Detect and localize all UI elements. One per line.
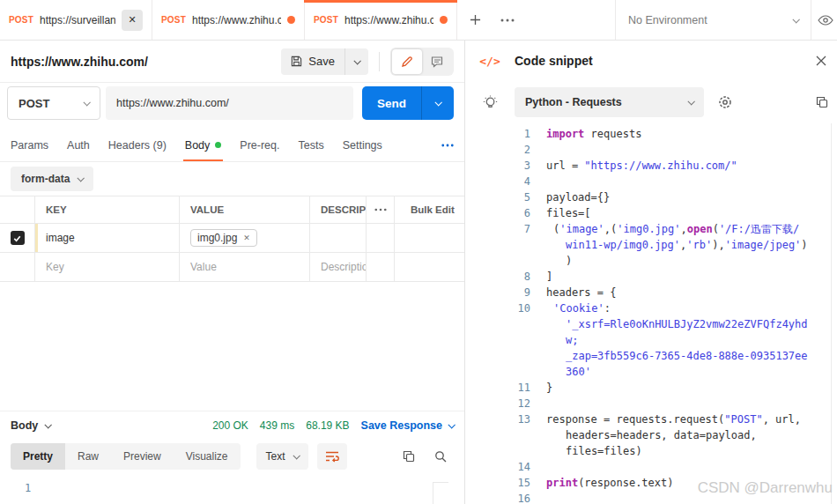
line-number: 16 bbox=[465, 491, 546, 504]
save-response-label: Save Response bbox=[361, 419, 442, 432]
column-options-button[interactable] bbox=[367, 196, 395, 223]
code-lines: 1import requests23url = "https://www.zhi… bbox=[465, 126, 837, 504]
code-text: url = "https://www.zhihu.com/" bbox=[546, 158, 737, 174]
line-number: 1 bbox=[465, 126, 546, 142]
tab-method-label: POST bbox=[9, 15, 33, 25]
method-selector[interactable]: POST bbox=[7, 86, 100, 120]
code-line: 2 bbox=[465, 142, 837, 158]
code-text: import requests bbox=[546, 126, 641, 142]
bulk-edit-button[interactable]: Bulk Edit bbox=[395, 196, 464, 223]
copy-snippet-button[interactable] bbox=[816, 96, 828, 108]
snippet-settings-button[interactable] bbox=[717, 94, 733, 110]
tab-settings[interactable]: Settings bbox=[343, 129, 382, 161]
tab-tests[interactable]: Tests bbox=[298, 129, 323, 161]
code-text: payload={} bbox=[546, 189, 610, 205]
chevron-down-icon bbox=[687, 98, 694, 105]
copy-icon bbox=[403, 450, 415, 463]
empty-area bbox=[0, 282, 464, 411]
line-number: 8 bbox=[465, 269, 546, 285]
description-cell[interactable] bbox=[310, 224, 367, 252]
code-editor[interactable]: 1import requests23url = "https://www.zhi… bbox=[465, 123, 837, 504]
code-line: 7('image',('img0.jpg',open('/F:/迅雷下载/ bbox=[465, 221, 837, 237]
description-column-header: DESCRIPTION bbox=[310, 196, 367, 223]
code-line: 8] bbox=[465, 269, 837, 285]
code-text: } bbox=[546, 380, 552, 396]
wrap-text-button[interactable] bbox=[317, 443, 347, 470]
save-button[interactable]: Save bbox=[281, 48, 344, 75]
request-tab[interactable]: POSThttps://www.zhihu.com/ bbox=[305, 0, 457, 40]
row-options-cell bbox=[367, 253, 395, 281]
tab-pre-req[interactable]: Pre-req. bbox=[240, 129, 279, 161]
edit-mode-button[interactable] bbox=[392, 49, 422, 74]
tab-close-button[interactable]: ✕ bbox=[122, 10, 143, 31]
code-icon: </> bbox=[479, 55, 500, 68]
tab-method-label: POST bbox=[314, 15, 338, 25]
file-chip: img0.jpg ✕ bbox=[190, 229, 257, 247]
view-tab-pretty[interactable]: Pretty bbox=[11, 443, 65, 470]
save-options-button[interactable] bbox=[344, 48, 368, 75]
unsaved-dot-icon bbox=[287, 16, 295, 24]
code-text: print(response.text) bbox=[546, 475, 674, 491]
key-cell[interactable]: image bbox=[35, 224, 180, 252]
tab-auth[interactable]: Auth bbox=[67, 129, 90, 161]
value-cell[interactable]: img0.jpg ✕ bbox=[180, 224, 310, 252]
chevron-down-icon bbox=[353, 57, 360, 64]
code-text: files=[ bbox=[546, 205, 591, 221]
language-selector[interactable]: Python - Requests bbox=[515, 87, 704, 117]
chevron-down-icon bbox=[293, 452, 300, 459]
request-tab[interactable]: POSThttps://surveillance-a✕ bbox=[0, 0, 152, 40]
description-placeholder[interactable]: Description bbox=[310, 253, 367, 281]
format-selector[interactable]: Text bbox=[256, 443, 308, 470]
code-line: 3url = "https://www.zhihu.com/" bbox=[465, 158, 837, 174]
request-tab[interactable]: POSThttps://www.zhihu.com/ bbox=[152, 0, 305, 40]
tab-body[interactable]: Body bbox=[185, 129, 222, 161]
request-builder-panel: https://www.zhihu.com/ Save bbox=[0, 41, 464, 504]
more-request-tabs-button[interactable] bbox=[441, 144, 454, 147]
send-button[interactable]: Send bbox=[362, 86, 421, 120]
response-scrollbar[interactable] bbox=[433, 482, 448, 504]
tab-params[interactable]: Params bbox=[11, 129, 48, 161]
code-text: ] bbox=[546, 269, 552, 285]
more-options-icon[interactable] bbox=[500, 19, 515, 22]
value-placeholder[interactable]: Value bbox=[180, 253, 310, 281]
send-options-button[interactable] bbox=[421, 86, 454, 120]
line-number bbox=[465, 348, 546, 364]
view-tab-preview[interactable]: Preview bbox=[111, 443, 174, 470]
environment-quick-look[interactable] bbox=[811, 0, 837, 40]
code-text: response = requests.request("POST", url, bbox=[546, 411, 801, 427]
line-number: 14 bbox=[465, 459, 546, 475]
copy-response-button[interactable] bbox=[403, 450, 415, 463]
modified-indicator bbox=[35, 224, 38, 252]
response-body-area[interactable]: 1 bbox=[0, 474, 464, 504]
environment-selector[interactable]: No Environment bbox=[615, 0, 811, 40]
gear-icon bbox=[717, 94, 733, 110]
view-tab-raw[interactable]: Raw bbox=[65, 443, 111, 470]
new-tab-button[interactable] bbox=[470, 14, 481, 26]
url-input[interactable]: https://www.zhihu.com/ bbox=[106, 86, 353, 120]
code-scrollbar[interactable] bbox=[831, 123, 832, 504]
postman-app: POSThttps://surveillance-a✕POSThttps://w… bbox=[0, 0, 837, 504]
method-label: POST bbox=[19, 97, 49, 110]
close-panel-button[interactable] bbox=[816, 56, 826, 66]
save-response-button[interactable]: Save Response bbox=[361, 419, 454, 432]
copy-icon bbox=[816, 96, 828, 108]
comment-mode-button[interactable] bbox=[422, 49, 452, 74]
line-number bbox=[465, 364, 546, 380]
search-response-button[interactable] bbox=[434, 450, 447, 463]
key-placeholder[interactable]: Key bbox=[35, 253, 180, 281]
header-rail: </> bbox=[465, 55, 515, 68]
code-line: _zap=3fb559c6-7365-4de8-888e-0935137ee bbox=[465, 348, 837, 364]
response-time: 439 ms bbox=[260, 419, 294, 432]
tab-headers-9[interactable]: Headers (9) bbox=[108, 129, 167, 161]
body-populated-dot-icon bbox=[215, 142, 221, 148]
code-text: files=files) bbox=[546, 443, 642, 459]
view-tab-visualize[interactable]: Visualize bbox=[174, 443, 241, 470]
row-end-cell bbox=[395, 253, 464, 281]
request-url-row: POST https://www.zhihu.com/ Send bbox=[0, 83, 464, 129]
body-type-selector[interactable]: form-data bbox=[11, 167, 93, 191]
row-checkbox[interactable] bbox=[11, 231, 25, 245]
response-body-selector[interactable]: Body bbox=[11, 419, 50, 432]
row-options-cell bbox=[367, 224, 395, 252]
remove-file-icon[interactable]: ✕ bbox=[243, 233, 250, 242]
status-badge: 200 OK bbox=[212, 419, 248, 432]
